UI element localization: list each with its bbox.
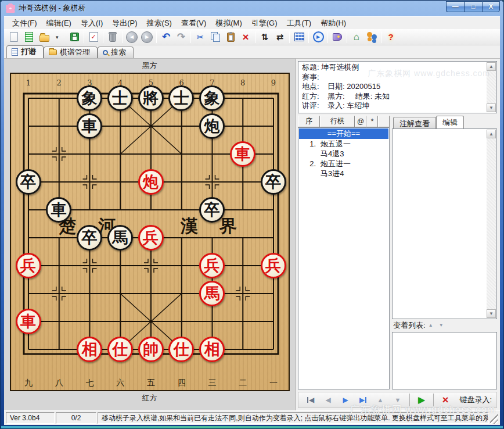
paste-button[interactable]: [224, 30, 237, 44]
title-bar[interactable]: 坤哥选棋例 - 象棋桥 — □ X: [4, 0, 500, 16]
maximize-button[interactable]: □: [464, 1, 482, 12]
piece-black-elephant[interactable]: 象: [77, 85, 102, 111]
move-list-column-header[interactable]: @: [355, 116, 366, 127]
back-button[interactable]: ◀: [125, 30, 139, 44]
menu-tools[interactable]: 工具(T): [282, 17, 316, 30]
tab-record-manager[interactable]: 棋谱管理: [44, 47, 98, 58]
scroll-up-icon[interactable]: ▲: [487, 130, 496, 138]
black-move[interactable]: 马3进4: [298, 169, 389, 178]
piece-red-elephant[interactable]: 相: [199, 337, 225, 362]
piece-black-soldier[interactable]: 卒: [199, 197, 225, 223]
delete-move-button[interactable]: ×: [239, 30, 253, 44]
menu-export[interactable]: 导出(P): [107, 17, 142, 30]
menu-file[interactable]: 文件(F): [8, 17, 42, 30]
piece-red-horse[interactable]: 馬: [199, 281, 225, 306]
piece-red-chariot[interactable]: 車: [230, 141, 255, 167]
new-button[interactable]: [7, 30, 21, 44]
board-grid-button[interactable]: [292, 30, 306, 44]
red-move[interactable]: 炮五进一: [321, 159, 351, 168]
scroll-track[interactable]: [487, 71, 496, 103]
delete-record-button[interactable]: [106, 30, 120, 44]
tab-annotation-edit[interactable]: 编辑: [436, 116, 464, 128]
scroll-track[interactable]: [487, 138, 496, 309]
tab-notation[interactable]: 打谱: [6, 45, 44, 58]
undo-button[interactable]: ↶: [159, 30, 173, 44]
piece-black-horse[interactable]: 馬: [107, 225, 133, 251]
move-list-column-header[interactable]: 行棋: [320, 116, 355, 127]
flip-vertical-button[interactable]: ⇅: [258, 30, 272, 44]
piece-black-chariot[interactable]: 車: [77, 113, 102, 139]
menu-engine[interactable]: 引擎(G): [247, 17, 282, 30]
menu-help[interactable]: 帮助(H): [316, 17, 351, 30]
piece-red-soldier[interactable]: 兵: [261, 253, 286, 278]
menu-view[interactable]: 查看(V): [177, 17, 211, 30]
nav-up-button[interactable]: ▲: [372, 394, 389, 406]
piece-black-advisor[interactable]: 士: [107, 85, 133, 111]
annotation-scrollbar[interactable]: ▲ ▼: [487, 130, 496, 318]
nav-first-button[interactable]: ◀: [302, 394, 319, 406]
menu-import[interactable]: 导入(I): [76, 17, 107, 30]
move-list-column-header[interactable]: *: [366, 116, 378, 127]
piece-black-chariot[interactable]: 車: [46, 197, 71, 223]
black-move[interactable]: 马4退3: [298, 149, 389, 159]
forward-button[interactable]: ▶: [140, 30, 154, 44]
scroll-up-icon[interactable]: ▲: [487, 62, 496, 71]
move-list-column-header[interactable]: [378, 116, 390, 127]
minimize-button[interactable]: —: [446, 1, 464, 12]
open-button[interactable]: [37, 30, 51, 44]
nav-autoplay-button[interactable]: ▶: [413, 394, 430, 406]
variation-list[interactable]: [392, 332, 497, 389]
piece-red-advisor[interactable]: 仕: [168, 337, 194, 362]
annotation-edit-area[interactable]: ▲ ▼: [392, 128, 497, 319]
chess-board[interactable]: 123456789九八七六五四三二一楚河漢界象士將士象車炮車卒炮卒車卒卒馬兵兵兵…: [10, 73, 290, 391]
autoplay-button[interactable]: ▶: [311, 30, 325, 44]
nav-last-button[interactable]: ▶: [354, 394, 372, 406]
cut-button[interactable]: ✂: [193, 30, 207, 44]
piece-red-cannon[interactable]: 炮: [138, 169, 164, 195]
info-scrollbar[interactable]: ▲ ▼: [487, 62, 496, 112]
menu-simulate[interactable]: 模拟(M): [211, 17, 247, 30]
piece-black-soldier[interactable]: 卒: [16, 169, 41, 195]
nav-down-button[interactable]: ▼: [389, 394, 406, 406]
flip-horizontal-button[interactable]: ⇄: [273, 30, 287, 44]
scroll-down-icon[interactable]: ▼: [487, 309, 496, 318]
variation-up-button[interactable]: ▲: [426, 321, 436, 330]
red-move[interactable]: 炮五退一: [321, 140, 351, 148]
users-button[interactable]: [365, 30, 379, 44]
nav-delete-button[interactable]: ×: [437, 394, 454, 406]
move-row[interactable]: 2.炮五进一马3进4: [298, 159, 389, 178]
scroll-down-icon[interactable]: ▼: [487, 103, 496, 112]
open-dropdown-button[interactable]: ▾: [52, 30, 66, 44]
piece-black-advisor[interactable]: 士: [168, 85, 194, 111]
record-list-button[interactable]: [22, 30, 36, 44]
move-row-start[interactable]: ==开始==: [299, 128, 388, 139]
piece-black-soldier[interactable]: 卒: [261, 169, 286, 195]
engine-book-button[interactable]: [330, 30, 344, 44]
nav-prev-button[interactable]: ◀: [319, 394, 337, 406]
piece-red-soldier[interactable]: 兵: [16, 253, 41, 278]
piece-black-cannon[interactable]: 炮: [199, 113, 225, 139]
move-list-body[interactable]: ==开始==1.炮五退一马4退32.炮五进一马3进4: [298, 127, 390, 389]
tab-search[interactable]: 搜索: [98, 47, 134, 58]
piece-red-soldier[interactable]: 兵: [138, 225, 164, 251]
piece-red-elephant[interactable]: 相: [77, 337, 102, 362]
menu-edit[interactable]: 编辑(E): [42, 17, 76, 30]
move-row[interactable]: 1.炮五退一马4退3: [298, 139, 389, 159]
resize-grip[interactable]: [490, 412, 498, 424]
piece-red-chariot[interactable]: 車: [16, 309, 41, 334]
close-button[interactable]: X: [482, 1, 500, 12]
save-button[interactable]: [67, 30, 81, 44]
piece-red-soldier[interactable]: 兵: [199, 253, 225, 278]
edit-info-button[interactable]: ✓: [87, 30, 100, 44]
menu-search[interactable]: 搜索(S): [142, 17, 177, 30]
nav-next-button[interactable]: ▶: [337, 394, 354, 406]
piece-red-advisor[interactable]: 仕: [107, 337, 133, 362]
help-button[interactable]: ?: [384, 30, 398, 44]
piece-black-elephant[interactable]: 象: [199, 85, 225, 111]
piece-black-general[interactable]: 將: [138, 85, 164, 111]
piece-black-soldier[interactable]: 卒: [77, 225, 102, 251]
piece-red-general[interactable]: 帥: [138, 337, 164, 362]
tab-annotation-view[interactable]: 注解查看: [393, 117, 436, 128]
copy-button[interactable]: [208, 30, 222, 44]
move-list-column-header[interactable]: 序: [298, 116, 320, 127]
